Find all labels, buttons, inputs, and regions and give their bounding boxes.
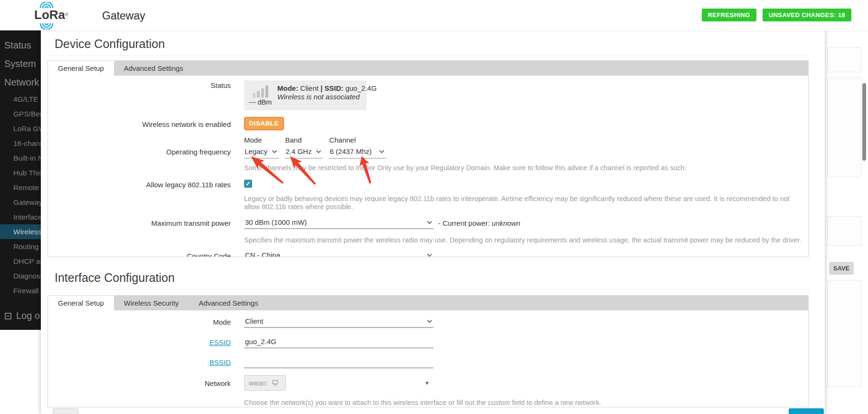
interface-config-tabbar: General Setup Wireless Security Advanced… — [48, 296, 808, 310]
device-config-tabbar: General Setup Advanced Settings — [48, 61, 808, 76]
signal-dbm: --- dBm — [249, 98, 277, 106]
transmit-power-help-row: Specifies the maximum transmit power the… — [48, 236, 808, 244]
network-label: Network — [48, 375, 231, 387]
operating-frequency-label: Operating frequency — [48, 136, 231, 156]
chevron-down-icon — [426, 253, 433, 257]
freq-channel-header: Channel — [329, 136, 386, 144]
interface-mode-row: Mode Client — [48, 317, 808, 328]
interface-configuration-title: Interface Configuration — [55, 271, 175, 285]
wireless-status-box: --- dBm Mode: Client | SSID: guo_2.4G Wi… — [244, 80, 367, 110]
status-association: Wireless is not associated — [277, 93, 359, 101]
save-button[interactable]: SAVE — [829, 262, 854, 275]
device-configuration-section: General Setup Advanced Settings Status -… — [47, 60, 809, 257]
logo-registered-mark: ® — [65, 12, 68, 17]
wireless-enabled-label: Wireless network is enabled — [48, 117, 231, 128]
status-text: Mode: Client | SSID: guo_2.4G Wireless i… — [277, 83, 377, 108]
network-help-custom: custom — [488, 399, 510, 406]
refreshing-button[interactable]: REFRESHING — [702, 9, 756, 21]
bssid-link[interactable]: BSSID — [209, 358, 231, 366]
status-mode-label: Mode: — [277, 84, 298, 92]
top-bar: LoRa® Gateway REFRESHING UNSAVED CHANGES… — [0, 0, 868, 30]
transmit-power-help-text: Specifies the maximum transmit power the… — [244, 236, 801, 244]
status-mode-value: Client — [300, 84, 318, 92]
country-code-value: CN - China — [245, 251, 280, 257]
network-help-row: Choose the network(s) you want to attach… — [48, 399, 808, 407]
interface-configuration-section: General Setup Wireless Security Advanced… — [47, 295, 809, 407]
main-panel: Device Configuration General Setup Advan… — [41, 30, 825, 414]
network-row: Network wwan: ▾ — [48, 375, 808, 391]
interface-mode-select[interactable]: Client — [244, 317, 434, 328]
divider — [47, 289, 809, 290]
current-power-text: - Current power: unknown — [438, 219, 520, 229]
chevron-down-icon — [316, 150, 321, 154]
network-help-suffix: field to define a new network. — [510, 399, 601, 406]
disable-button[interactable]: DISABLE — [244, 117, 284, 130]
lora-logo: LoRa® — [34, 7, 67, 26]
chevron-down-icon — [426, 221, 433, 224]
country-code-row: Country Code CN - China — [48, 251, 808, 257]
network-help-prefix: Choose the network(s) you want to attach… — [244, 399, 488, 406]
status-ssid-label: SSID: — [324, 84, 343, 92]
tab-advanced-settings[interactable]: Advanced Settings — [114, 61, 193, 76]
bssid-input[interactable] — [244, 357, 434, 368]
status-label: Status — [48, 80, 231, 89]
legacy-rates-row: Allow legacy 802.11b rates ✓ — [48, 180, 808, 189]
bottom-right-partial-save-button[interactable] — [789, 408, 824, 414]
legacy-rates-help-row: Legacy or badly behaving devices may req… — [48, 195, 808, 211]
essid-row: ESSID — [48, 337, 808, 348]
legacy-rates-checkbox[interactable]: ✓ — [244, 180, 252, 188]
logo-text: LoRa — [34, 8, 65, 22]
current-power-value: unknown — [492, 219, 520, 227]
unsaved-changes-button[interactable]: UNSAVED CHANGES: 18 — [763, 9, 851, 21]
signal-strength-icon — [253, 84, 277, 97]
bottom-left-partial-button[interactable] — [53, 408, 78, 414]
header-buttons: REFRESHING UNSAVED CHANGES: 18 — [702, 9, 851, 21]
tab-wireless-security[interactable]: Wireless Security — [114, 296, 189, 310]
status-ssid-value: guo_2.4G — [345, 84, 377, 92]
status-row: Status --- dBm Mode: Client | SSID: guo_… — [48, 80, 808, 110]
lora-logo-arcs-top — [38, 2, 56, 9]
logout-icon — [5, 313, 11, 319]
transmit-power-select[interactable]: 30 dBm (1000 mW) — [244, 218, 434, 229]
background-panel — [827, 216, 861, 246]
chevron-down-icon — [272, 150, 277, 154]
legacy-rates-help-text: Legacy or badly behaving devices may req… — [244, 195, 797, 211]
tab-advanced-settings[interactable]: Advanced Settings — [189, 296, 268, 310]
operating-frequency-row: Operating frequency Mode Legacy Band 2.4… — [48, 136, 808, 172]
tab-general-setup[interactable]: General Setup — [48, 61, 114, 76]
freq-mode-header: Mode — [244, 136, 279, 144]
network-dropdown-caret[interactable]: ▾ — [425, 379, 429, 386]
page-title: Gateway — [102, 10, 145, 22]
essid-input[interactable] — [244, 337, 434, 348]
country-code-label: Country Code — [48, 251, 231, 257]
status-separator: | — [321, 84, 322, 92]
lora-logo-arcs-bottom — [38, 22, 56, 29]
wireless-enabled-row: Wireless network is enabled DISABLE — [48, 117, 808, 130]
network-interface-icon — [272, 380, 279, 386]
network-help-text: Choose the network(s) you want to attach… — [244, 399, 601, 407]
background-panel — [827, 280, 861, 387]
bssid-row: BSSID — [48, 357, 808, 368]
transmit-power-label: Maximum transmit power — [48, 218, 231, 227]
chevron-down-icon — [426, 319, 433, 323]
background-panel — [827, 77, 861, 177]
tab-general-setup[interactable]: General Setup — [48, 296, 114, 310]
essid-link[interactable]: ESSID — [209, 338, 231, 347]
current-power-prefix: - Current power: — [438, 219, 490, 227]
device-configuration-title: Device Configuration — [55, 37, 165, 51]
freq-band-header: Band — [285, 136, 323, 144]
freq-band-value: 2.4 GHz — [285, 147, 311, 155]
divider — [47, 56, 809, 56]
logout-label: Log o — [16, 310, 40, 321]
legacy-rates-label: Allow legacy 802.11b rates — [48, 180, 231, 189]
transmit-power-row: Maximum transmit power 30 dBm (1000 mW) … — [48, 218, 808, 229]
chevron-down-icon — [379, 150, 385, 154]
interface-mode-value: Client — [245, 317, 263, 325]
scrollbar-thumb[interactable] — [862, 83, 866, 161]
interface-mode-label: Mode — [48, 317, 231, 326]
network-wwan-chip[interactable]: wwan: — [244, 375, 286, 391]
background-panel — [827, 47, 861, 72]
country-code-select[interactable]: CN - China — [244, 251, 434, 257]
transmit-power-value: 30 dBm (1000 mW) — [245, 218, 307, 226]
network-chip-text: wwan: — [249, 379, 268, 387]
